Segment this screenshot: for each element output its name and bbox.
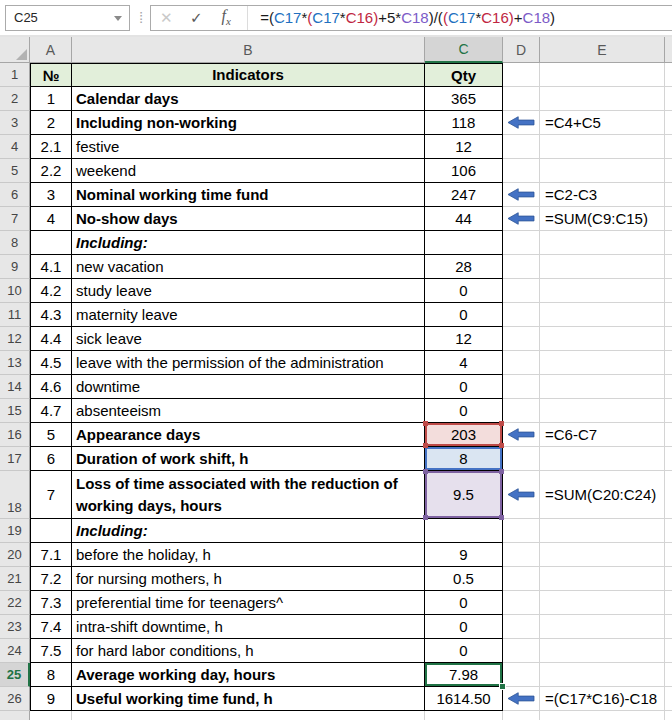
cell-B7[interactable]: No-show days xyxy=(72,207,425,231)
cell-E13[interactable] xyxy=(540,351,665,375)
cell-A7[interactable]: 4 xyxy=(30,207,72,231)
cell-D3[interactable] xyxy=(503,111,540,135)
cell-F2[interactable] xyxy=(665,87,672,111)
cell-A2[interactable]: 1 xyxy=(30,87,72,111)
cell-D23[interactable] xyxy=(503,615,540,639)
cell-B2[interactable]: Calendar days xyxy=(72,87,425,111)
cell-A13[interactable]: 4.5 xyxy=(30,351,72,375)
formula-input[interactable]: =(C17*(C17*C16)+5*C18)/((C17*C16)+C18) xyxy=(252,9,555,26)
cell-B18[interactable]: Loss of time associated with the reducti… xyxy=(72,471,425,519)
row-header-3[interactable]: 3 xyxy=(0,111,30,135)
row-header-26[interactable]: 26 xyxy=(0,687,30,711)
cell-B14[interactable]: downtime xyxy=(72,375,425,399)
cell-C1[interactable]: Qty xyxy=(425,63,503,87)
cell-C5[interactable]: 106 xyxy=(425,159,503,183)
cell-F14[interactable] xyxy=(665,375,672,399)
cell-F7[interactable] xyxy=(665,207,672,231)
cell-F23[interactable] xyxy=(665,615,672,639)
cell-A3[interactable]: 2 xyxy=(30,111,72,135)
row-header-2[interactable]: 2 xyxy=(0,87,30,111)
cell-B16[interactable]: Appearance days xyxy=(72,423,425,447)
cell-C12[interactable]: 12 xyxy=(425,327,503,351)
cell-A16[interactable]: 5 xyxy=(30,423,72,447)
cell-F13[interactable] xyxy=(665,351,672,375)
cell-C14[interactable]: 0 xyxy=(425,375,503,399)
cell-E4[interactable] xyxy=(540,135,665,159)
insert-function-button[interactable]: fx xyxy=(211,7,241,27)
cell-C6[interactable]: 247 xyxy=(425,183,503,207)
cell-E1[interactable] xyxy=(540,63,665,87)
cell-E20[interactable] xyxy=(540,543,665,567)
cell-D1[interactable] xyxy=(503,63,540,87)
cell-D15[interactable] xyxy=(503,399,540,423)
cell-C19[interactable] xyxy=(425,519,503,543)
cell-E22[interactable] xyxy=(540,591,665,615)
column-header-C[interactable]: C xyxy=(425,37,503,63)
cell-E7[interactable]: =SUM(C9:C15) xyxy=(540,207,665,231)
column-header-D[interactable]: D xyxy=(503,37,540,63)
column-header-E[interactable]: E xyxy=(540,37,665,63)
cell-A22[interactable]: 7.3 xyxy=(30,591,72,615)
cell-B26[interactable]: Useful working time fund, h xyxy=(72,687,425,711)
enter-button[interactable]: ✓ xyxy=(181,9,211,27)
cell-E24[interactable] xyxy=(540,639,665,663)
row-header-16[interactable]: 16 xyxy=(0,423,30,447)
cell-C18[interactable]: 9.5 xyxy=(425,471,503,519)
cell-E15[interactable] xyxy=(540,399,665,423)
cell-F5[interactable] xyxy=(665,159,672,183)
cell-E2[interactable] xyxy=(540,87,665,111)
cell-D12[interactable] xyxy=(503,327,540,351)
cell-F9[interactable] xyxy=(665,255,672,279)
row-header-1[interactable]: 1 xyxy=(0,63,30,87)
cell-B5[interactable]: weekend xyxy=(72,159,425,183)
cell-F15[interactable] xyxy=(665,399,672,423)
cell-C20[interactable]: 9 xyxy=(425,543,503,567)
cell-C25[interactable]: 7.98 xyxy=(425,663,503,687)
cell-D26[interactable] xyxy=(503,687,540,711)
row-header-13[interactable]: 13 xyxy=(0,351,30,375)
cell-B13[interactable]: leave with the permission of the adminis… xyxy=(72,351,425,375)
name-box[interactable]: C25 xyxy=(5,5,130,31)
row-header-6[interactable]: 6 xyxy=(0,183,30,207)
cell-A12[interactable]: 4.4 xyxy=(30,327,72,351)
cell-C26[interactable]: 1614.50 xyxy=(425,687,503,711)
cell-A26[interactable]: 9 xyxy=(30,687,72,711)
cell-A9[interactable]: 4.1 xyxy=(30,255,72,279)
cell-F4[interactable] xyxy=(665,135,672,159)
cell-D25[interactable] xyxy=(503,663,540,687)
cell-D5[interactable] xyxy=(503,159,540,183)
cell-C8[interactable] xyxy=(425,231,503,255)
row-header-23[interactable]: 23 xyxy=(0,615,30,639)
cell-B12[interactable]: sick leave xyxy=(72,327,425,351)
cell-E5[interactable] xyxy=(540,159,665,183)
cell-E26[interactable]: =(C17*C16)-C18 xyxy=(540,687,665,711)
cell-F8[interactable] xyxy=(665,231,672,255)
cell-D2[interactable] xyxy=(503,87,540,111)
cell-D24[interactable] xyxy=(503,639,540,663)
cell-E3[interactable]: =C4+C5 xyxy=(540,111,665,135)
row-header-8[interactable]: 8 xyxy=(0,231,30,255)
cell-A14[interactable]: 4.6 xyxy=(30,375,72,399)
cell-C9[interactable]: 28 xyxy=(425,255,503,279)
cancel-button[interactable]: ✕ xyxy=(151,9,181,27)
row-header-9[interactable]: 9 xyxy=(0,255,30,279)
cell-E11[interactable] xyxy=(540,303,665,327)
cell-C24[interactable]: 0 xyxy=(425,639,503,663)
cell-F24[interactable] xyxy=(665,639,672,663)
cell-B24[interactable]: for hard labor conditions, h xyxy=(72,639,425,663)
row-header-22[interactable]: 22 xyxy=(0,591,30,615)
cell-F17[interactable] xyxy=(665,447,672,471)
cell-B17[interactable]: Duration of work shift, h xyxy=(72,447,425,471)
cell-D14[interactable] xyxy=(503,375,540,399)
row-header-19[interactable]: 19 xyxy=(0,519,30,543)
cell-D7[interactable] xyxy=(503,207,540,231)
row-header-27[interactable] xyxy=(0,711,30,720)
cell-B19[interactable]: Including: xyxy=(72,519,425,543)
cell-F18[interactable] xyxy=(665,471,672,519)
cell-C22[interactable]: 0 xyxy=(425,591,503,615)
cell-A15[interactable]: 4.7 xyxy=(30,399,72,423)
cell-E23[interactable] xyxy=(540,615,665,639)
cell-B10[interactable]: study leave xyxy=(72,279,425,303)
cell-B21[interactable]: for nursing mothers, h xyxy=(72,567,425,591)
cell-D19[interactable] xyxy=(503,519,540,543)
